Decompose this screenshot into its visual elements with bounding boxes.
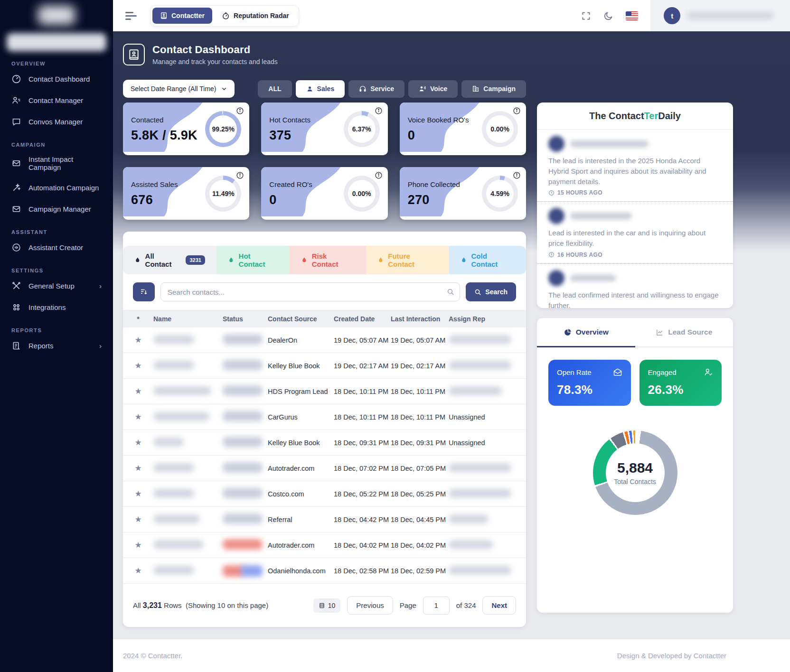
star-icon[interactable]: ★ — [134, 387, 141, 396]
daily-feed-item[interactable]: The lead is interested in the 2025 Honda… — [537, 130, 733, 202]
donut-center: 5,884 Total Contacts — [614, 460, 656, 485]
tab-label: All Contact — [145, 252, 182, 268]
hamburger-menu-icon[interactable] — [125, 11, 138, 20]
tab-cold-contact[interactable]: Cold Contact — [449, 246, 526, 274]
tab-all-contact[interactable]: All Contact 3231 — [123, 246, 216, 274]
language-flag-us[interactable] — [626, 11, 638, 20]
fullscreen-icon[interactable] — [581, 11, 591, 21]
tab-reputation-radar[interactable]: Reputation Radar — [214, 8, 297, 24]
avatar[interactable]: t — [664, 7, 680, 24]
table-row[interactable]: ★ Referral 18 Dec, 04:42 PM 18 Dec, 04:4… — [123, 507, 526, 532]
sidebar-item-campaign-manager[interactable]: Campaign Manager — [0, 198, 113, 220]
redacted-rep — [449, 335, 511, 344]
app-logo[interactable] — [0, 0, 113, 30]
user-menu[interactable]: t — [650, 0, 790, 31]
redacted-status — [223, 488, 263, 498]
tab-overview[interactable]: Overview — [537, 318, 635, 346]
table-row[interactable]: ★ Autotrader.com 18 Dec, 04:02 PM 18 Dec… — [123, 532, 526, 558]
sidebar-item-convos-manager[interactable]: Convos Manager — [0, 111, 113, 132]
sidebar-item-general-setup[interactable]: General Setup › — [0, 275, 113, 297]
search-wrap — [160, 282, 460, 301]
tab-label: Risk Contact — [312, 252, 355, 268]
previous-page-button[interactable]: Previous — [347, 596, 393, 615]
star-icon[interactable]: ★ — [134, 515, 141, 524]
search-button[interactable]: Search — [466, 282, 516, 301]
tab-all[interactable]: ALL — [258, 80, 292, 98]
star-icon[interactable]: ★ — [134, 566, 141, 575]
info-icon[interactable] — [513, 171, 521, 179]
kpi-label: Engaged — [648, 368, 677, 376]
table-row[interactable]: ★ Autotrader.com 18 Dec, 07:02 PM 18 Dec… — [123, 456, 526, 481]
info-icon[interactable] — [513, 107, 521, 115]
star-icon[interactable]: ★ — [134, 412, 141, 421]
info-icon[interactable] — [236, 171, 244, 179]
tab-sales[interactable]: Sales — [296, 80, 345, 98]
showing-note: (Showing 10 on this page) — [186, 601, 268, 609]
info-icon[interactable] — [375, 107, 383, 115]
page-number-input[interactable] — [423, 597, 450, 615]
date-range-select[interactable]: Select Date Range (All Time) — [123, 80, 235, 98]
star-icon[interactable]: ★ — [134, 541, 141, 550]
sidebar-item-contact-manager[interactable]: Contact Manager — [0, 90, 113, 111]
sidebar-item-instant-impact-campaign[interactable]: Instant Impact Campaign — [0, 149, 113, 177]
donut-wrap: 5,884 Total Contacts — [537, 430, 733, 515]
cell-contact-source: Referral — [268, 516, 334, 523]
sidebar-item-label: General Setup — [28, 282, 92, 290]
daily-feed-item[interactable]: Lead is interested in the car and is inq… — [537, 202, 733, 264]
sidebar-item-automation-campaign[interactable]: Automation Campaign — [0, 177, 113, 198]
table-row[interactable]: ★ HDS Program Lead 18 Dec, 10:11 PM 18 D… — [123, 379, 526, 404]
page-size-select[interactable]: 10 — [313, 598, 341, 613]
sidebar-item-assistant-creator[interactable]: Assistant Creator — [0, 237, 113, 258]
table-row[interactable]: ★ CarGurus 18 Dec, 10:11 PM 18 Dec, 10:1… — [123, 404, 526, 430]
chevron-right-icon: › — [99, 282, 102, 290]
tab-hot-contact[interactable]: Hot Contact — [216, 246, 290, 274]
table-row[interactable]: ★ Kelley Blue Book 19 Dec, 02:17 AM 19 D… — [123, 353, 526, 379]
topbar: Contactter Reputation Radar t — [113, 0, 790, 31]
tools-icon — [11, 281, 21, 291]
table-row[interactable]: ★ Kelley Blue Book 18 Dec, 09:31 PM 18 D… — [123, 430, 526, 456]
tab-contactter[interactable]: Contactter — [152, 8, 212, 24]
redacted-status — [223, 411, 263, 421]
redacted-name — [153, 361, 194, 370]
redacted-status — [223, 437, 263, 447]
tab-risk-contact[interactable]: Risk Contact — [290, 246, 366, 274]
column-name: Name — [153, 315, 223, 323]
tab-campaign[interactable]: Campaign — [461, 80, 526, 98]
tab-service[interactable]: Service — [348, 80, 404, 98]
search-input[interactable] — [160, 282, 460, 301]
table-row[interactable]: ★ DealerOn 19 Dec, 05:07 AM 19 Dec, 05:0… — [123, 327, 526, 353]
ring-percent: 6.37% — [352, 125, 371, 133]
channel-tabs: ALL Sales Service Voice — [258, 80, 526, 98]
info-icon[interactable] — [236, 107, 244, 115]
next-page-button[interactable]: Next — [482, 596, 516, 615]
droplet-icon — [301, 257, 308, 263]
tab-voice[interactable]: Voice — [408, 80, 458, 98]
sidebar-item-label: Instant Impact Campaign — [28, 155, 102, 171]
tab-future-contact[interactable]: Future Contact — [366, 246, 449, 274]
redacted-avatar — [548, 136, 564, 152]
star-icon[interactable]: ★ — [134, 489, 141, 498]
info-icon[interactable] — [375, 171, 383, 179]
feed-timestamp: 16 HOURS AGO — [548, 252, 722, 258]
sidebar-item-integrations[interactable]: Integrations — [0, 297, 113, 318]
sidebar-item-label: Contact Manager — [28, 96, 102, 104]
star-icon[interactable]: ★ — [134, 336, 141, 345]
sidebar-item-reports[interactable]: Reports › — [0, 335, 113, 356]
sidebar-item-contact-dashboard[interactable]: Contact Dashboard — [0, 68, 113, 90]
envelope-icon — [11, 204, 21, 214]
contact-card-icon — [160, 12, 168, 19]
daily-feed-item[interactable]: The lead confirmed interest and willingn… — [537, 264, 733, 308]
column-status: Status — [223, 315, 268, 323]
table-row[interactable]: ★ Odanielhonda.com 18 Dec, 02:58 PM 18 D… — [123, 558, 526, 584]
search-button-label: Search — [485, 288, 508, 296]
dark-mode-moon-icon[interactable] — [603, 11, 613, 21]
star-icon[interactable]: ★ — [134, 464, 141, 473]
star-icon[interactable]: ★ — [134, 361, 141, 370]
feed-text: The lead confirmed interest and willingn… — [548, 290, 722, 308]
filter-button[interactable] — [133, 282, 155, 301]
table-row[interactable]: ★ Costco.com 18 Dec, 05:22 PM 18 Dec, 05… — [123, 481, 526, 507]
star-icon[interactable]: ★ — [134, 438, 141, 447]
tab-lead-source[interactable]: Lead Source — [635, 318, 734, 346]
column-star: * — [123, 315, 153, 323]
daily-title: The ContactTer Daily — [537, 103, 733, 130]
